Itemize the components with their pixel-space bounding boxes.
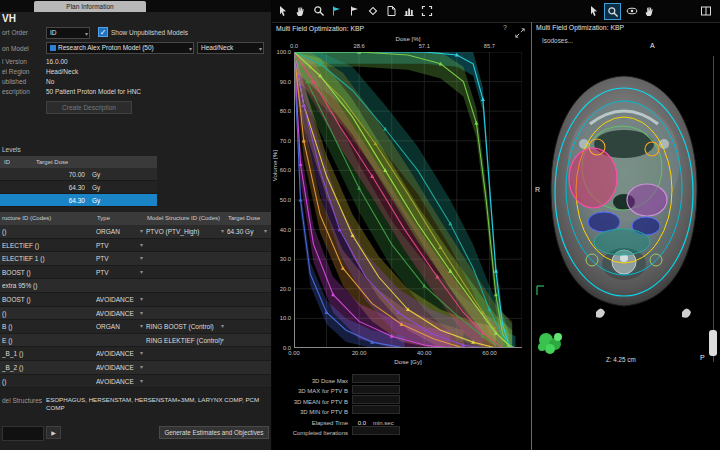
dropdown-caret-icon: ▾ xyxy=(221,334,224,348)
structure-type-value: PTV xyxy=(96,269,109,276)
structure-row[interactable]: ELECTIEF 1 ()PTV▾▾ xyxy=(0,252,271,266)
y-axis-tick: 80.0 xyxy=(274,108,291,114)
region-dropdown[interactable]: Head/Neck ▾ xyxy=(197,42,264,54)
chevron-down-icon: ▾ xyxy=(189,44,192,54)
model-structure-value: RING ELEKTIEF (Control) xyxy=(146,337,222,344)
structure-row[interactable]: ()AVOIDANCE▾▾ xyxy=(0,375,271,389)
structure-id: ELECTIEF 1 () xyxy=(2,252,94,266)
stat-value-box xyxy=(352,426,400,435)
panel-title: Multi Field Optimization: KBP xyxy=(536,24,624,31)
slice-slider-handle[interactable] xyxy=(709,330,717,356)
model-value: Research Alex Proton Model (50) xyxy=(58,44,154,51)
published-label: ublished xyxy=(2,78,26,85)
version-label: l Version xyxy=(2,58,27,65)
stat-value-box xyxy=(352,385,400,394)
structure-row[interactable]: extra 95% ()▾ xyxy=(0,279,271,293)
structure-row[interactable]: BOOST ()PTV▾▾ xyxy=(0,266,271,280)
eye-icon[interactable] xyxy=(624,3,639,18)
dose-level-row[interactable]: 70.00Gy xyxy=(0,168,157,181)
report-icon[interactable] xyxy=(383,3,398,18)
levels-header-id: ID xyxy=(4,159,10,165)
structure-type-value: AVOIDANCE xyxy=(96,378,134,385)
model-structure-dropdown[interactable]: RING ELEKTIEF (Control)▾ xyxy=(146,334,226,348)
x-axis-tick: 60.00 xyxy=(477,350,501,356)
isodoses-dropdown[interactable]: Isodoses... xyxy=(542,37,573,44)
dvh-section-title: VH xyxy=(2,13,16,24)
create-description-button[interactable]: Create Description xyxy=(46,101,132,114)
dropdown-caret-icon: ▾ xyxy=(221,320,224,334)
show-unpublished-checkbox[interactable]: ✓ xyxy=(98,27,108,37)
structure-type-dropdown[interactable]: ORGAN▾ xyxy=(96,320,145,334)
structure-row[interactable]: ELECTIEF ()PTV▾▾ xyxy=(0,239,271,253)
structure-type-dropdown[interactable]: AVOIDANCE▾ xyxy=(96,375,145,389)
sort-order-dropdown[interactable]: ID ▾ xyxy=(46,27,90,39)
structure-id: BOOST () xyxy=(2,266,94,280)
dvh-chart[interactable] xyxy=(294,52,522,348)
model-structure-dropdown[interactable]: PTVO (PTV_High)▾ xyxy=(146,225,226,239)
dropdown-caret-icon: ▾ xyxy=(264,225,267,239)
pan-icon[interactable] xyxy=(293,3,308,18)
structure-type-dropdown[interactable]: AVOIDANCE▾ xyxy=(96,361,145,375)
region-info-value: Head/Neck xyxy=(46,68,78,75)
pointer-icon[interactable] xyxy=(275,3,290,18)
chevron-down-icon: ▾ xyxy=(259,44,262,54)
y-axis-tick: 70.0 xyxy=(274,138,291,144)
y-axis-tick: 10.0 xyxy=(274,315,291,321)
slice-slider-track[interactable] xyxy=(713,56,714,362)
layout-icon[interactable] xyxy=(698,3,713,18)
target-dose-dropdown[interactable]: 64.30 Gy▾ xyxy=(227,225,269,239)
model-dropdown[interactable]: Research Alex Proton Model (50) ▾ xyxy=(46,42,194,54)
dvh-curves xyxy=(294,52,522,348)
start-button[interactable]: ▶ xyxy=(46,426,61,439)
structure-row[interactable]: ()AVOIDANCE▾▾ xyxy=(0,307,271,321)
dose-level-row[interactable]: 64.30Gy xyxy=(0,194,157,207)
zoom-icon[interactable] xyxy=(604,3,621,20)
chart-icon[interactable] xyxy=(401,3,416,18)
generate-estimates-button[interactable]: Generate Estimates and Objectives xyxy=(159,426,269,439)
help-icon[interactable]: ? xyxy=(503,24,507,31)
top-axis-tick: 85.7 xyxy=(477,43,501,49)
levels-header: ID Target Dose xyxy=(0,156,157,168)
dose-unit: Gy xyxy=(92,181,100,194)
dropdown-caret-icon: ▾ xyxy=(140,239,143,253)
levels-header-dose: Target Dose xyxy=(36,159,68,165)
maximize-icon[interactable] xyxy=(419,3,434,18)
dose-level-row[interactable]: 64.30Gy xyxy=(0,181,157,194)
model-structure-dropdown[interactable]: RING BOOST (Control)▾ xyxy=(146,320,226,334)
ct-axial-view[interactable] xyxy=(534,50,712,368)
structure-type-dropdown[interactable]: PTV▾ xyxy=(96,252,145,266)
structure-type-dropdown[interactable]: PTV▾ xyxy=(96,239,145,253)
diamond-icon[interactable] xyxy=(365,3,380,18)
structure-type-dropdown[interactable]: ORGAN▾ xyxy=(96,225,145,239)
structure-type-dropdown[interactable]: AVOIDANCE▾ xyxy=(96,347,145,361)
top-axis-tick: 28.6 xyxy=(347,43,371,49)
dose-unit: Gy xyxy=(92,168,100,181)
structure-type-dropdown[interactable]: AVOIDANCE▾ xyxy=(96,307,145,321)
structure-row[interactable]: _B_2 ()AVOIDANCE▾▾ xyxy=(0,361,271,375)
pointer-icon[interactable] xyxy=(586,3,601,18)
structure-row[interactable]: B ()ORGAN▾RING BOOST (Control)▾ xyxy=(0,320,271,334)
structure-id: ELECTIEF () xyxy=(2,239,94,253)
dropdown-caret-icon: ▾ xyxy=(140,361,143,375)
optimization-stat-row: 3D MIN for PTV B xyxy=(272,404,531,414)
structure-row[interactable]: _B_1 ()AVOIDANCE▾▾ xyxy=(0,347,271,361)
optimization-stat-row: Completed Iterations xyxy=(272,425,531,435)
marker-cyan-icon[interactable] xyxy=(329,3,344,18)
tab-plan-information[interactable]: Plan Information xyxy=(34,1,146,12)
pan-icon[interactable] xyxy=(642,3,657,18)
structures-table: ()ORGAN▾PTVO (PTV_High)▾64.30 Gy▾ELECTIE… xyxy=(0,225,271,388)
dose-unit: Gy xyxy=(92,194,100,207)
header-structure-id: ructure ID (Codes) xyxy=(2,215,94,221)
structure-type-value: AVOIDANCE xyxy=(96,296,134,303)
dropdown-caret-icon: ▾ xyxy=(140,293,143,307)
marker-white-icon[interactable] xyxy=(347,3,362,18)
tab-strip: Plan Information xyxy=(0,0,271,12)
structure-type-dropdown[interactable]: PTV▾ xyxy=(96,266,145,280)
structure-type-dropdown[interactable]: AVOIDANCE▾ xyxy=(96,293,145,307)
zoom-icon[interactable] xyxy=(311,3,326,18)
stat-value-box xyxy=(352,374,400,383)
structure-row[interactable]: BOOST ()AVOIDANCE▾▾ xyxy=(0,293,271,307)
iterations-field[interactable] xyxy=(2,426,44,441)
structure-row[interactable]: ()ORGAN▾PTVO (PTV_High)▾64.30 Gy▾ xyxy=(0,225,271,239)
structure-row[interactable]: E ()RING ELEKTIEF (Control)▾ xyxy=(0,334,271,348)
